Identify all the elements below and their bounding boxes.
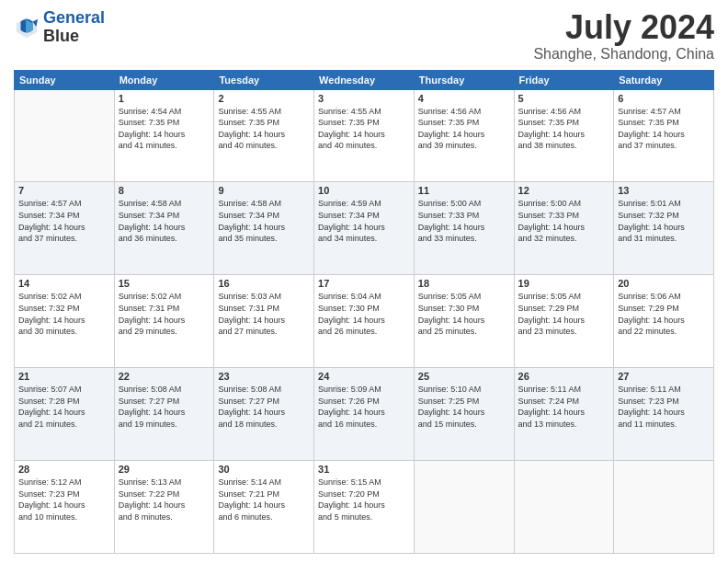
day-number: 21 <box>18 371 110 382</box>
day-number: 7 <box>18 185 110 196</box>
day-number: 26 <box>518 371 610 382</box>
calendar-table: SundayMondayTuesdayWednesdayThursdayFrid… <box>14 70 714 554</box>
day-number: 5 <box>518 93 610 104</box>
calendar-cell: 29Sunrise: 5:13 AM Sunset: 7:22 PM Dayli… <box>114 461 214 554</box>
day-number: 31 <box>318 464 410 475</box>
page: General Blue July 2024 Shanghe, Shandong… <box>0 0 728 563</box>
calendar-cell: 18Sunrise: 5:05 AM Sunset: 7:30 PM Dayli… <box>414 275 514 368</box>
day-number: 25 <box>418 371 510 382</box>
calendar-day-header: Monday <box>114 70 214 89</box>
day-number: 8 <box>119 185 210 196</box>
day-info: Sunrise: 5:13 AM Sunset: 7:22 PM Dayligh… <box>119 477 210 523</box>
day-info: Sunrise: 5:12 AM Sunset: 7:23 PM Dayligh… <box>18 477 110 523</box>
month-title: July 2024 <box>533 9 714 46</box>
day-info: Sunrise: 5:10 AM Sunset: 7:25 PM Dayligh… <box>418 384 510 430</box>
day-number: 19 <box>518 278 610 289</box>
calendar-cell: 24Sunrise: 5:09 AM Sunset: 7:26 PM Dayli… <box>314 368 415 461</box>
day-number: 3 <box>318 93 410 104</box>
calendar-day-header: Sunday <box>15 70 115 89</box>
calendar-cell: 15Sunrise: 5:02 AM Sunset: 7:31 PM Dayli… <box>114 275 214 368</box>
calendar-cell: 7Sunrise: 4:57 AM Sunset: 7:34 PM Daylig… <box>15 182 115 275</box>
day-info: Sunrise: 4:56 AM Sunset: 7:35 PM Dayligh… <box>518 106 610 152</box>
calendar-cell: 28Sunrise: 5:12 AM Sunset: 7:23 PM Dayli… <box>15 461 115 554</box>
day-info: Sunrise: 4:55 AM Sunset: 7:35 PM Dayligh… <box>218 106 310 152</box>
day-number: 9 <box>218 185 310 196</box>
calendar-cell: 16Sunrise: 5:03 AM Sunset: 7:31 PM Dayli… <box>214 275 314 368</box>
calendar-cell: 12Sunrise: 5:00 AM Sunset: 7:33 PM Dayli… <box>514 182 614 275</box>
calendar-cell: 31Sunrise: 5:15 AM Sunset: 7:20 PM Dayli… <box>314 461 415 554</box>
calendar-week-row: 14Sunrise: 5:02 AM Sunset: 7:32 PM Dayli… <box>15 275 714 368</box>
day-info: Sunrise: 5:00 AM Sunset: 7:33 PM Dayligh… <box>418 198 510 244</box>
calendar-cell: 21Sunrise: 5:07 AM Sunset: 7:28 PM Dayli… <box>15 368 115 461</box>
day-number: 4 <box>418 93 510 104</box>
calendar-week-row: 7Sunrise: 4:57 AM Sunset: 7:34 PM Daylig… <box>15 182 714 275</box>
calendar-cell: 8Sunrise: 4:58 AM Sunset: 7:34 PM Daylig… <box>114 182 214 275</box>
day-number: 2 <box>218 93 310 104</box>
calendar-cell: 20Sunrise: 5:06 AM Sunset: 7:29 PM Dayli… <box>614 275 714 368</box>
calendar-cell <box>514 461 614 554</box>
day-number: 29 <box>119 464 210 475</box>
calendar-cell: 25Sunrise: 5:10 AM Sunset: 7:25 PM Dayli… <box>414 368 514 461</box>
calendar-cell: 13Sunrise: 5:01 AM Sunset: 7:32 PM Dayli… <box>614 182 714 275</box>
calendar-cell: 11Sunrise: 5:00 AM Sunset: 7:33 PM Dayli… <box>414 182 514 275</box>
day-info: Sunrise: 4:58 AM Sunset: 7:34 PM Dayligh… <box>119 198 210 244</box>
logo-line2: Blue <box>43 28 105 46</box>
day-number: 10 <box>318 185 410 196</box>
calendar-cell <box>15 89 115 182</box>
calendar-day-header: Wednesday <box>314 70 415 89</box>
day-info: Sunrise: 4:58 AM Sunset: 7:34 PM Dayligh… <box>218 198 310 244</box>
calendar-cell: 14Sunrise: 5:02 AM Sunset: 7:32 PM Dayli… <box>15 275 115 368</box>
calendar-cell: 10Sunrise: 4:59 AM Sunset: 7:34 PM Dayli… <box>314 182 415 275</box>
logo-text: General Blue <box>43 9 105 46</box>
calendar-cell: 5Sunrise: 4:56 AM Sunset: 7:35 PM Daylig… <box>514 89 614 182</box>
day-info: Sunrise: 5:02 AM Sunset: 7:32 PM Dayligh… <box>18 291 110 337</box>
day-info: Sunrise: 5:06 AM Sunset: 7:29 PM Dayligh… <box>618 291 710 337</box>
day-info: Sunrise: 4:57 AM Sunset: 7:34 PM Dayligh… <box>18 198 110 244</box>
day-number: 30 <box>218 464 310 475</box>
calendar-cell: 23Sunrise: 5:08 AM Sunset: 7:27 PM Dayli… <box>214 368 314 461</box>
day-info: Sunrise: 5:11 AM Sunset: 7:23 PM Dayligh… <box>618 384 710 430</box>
day-info: Sunrise: 5:01 AM Sunset: 7:32 PM Dayligh… <box>618 198 710 244</box>
calendar-cell: 19Sunrise: 5:05 AM Sunset: 7:29 PM Dayli… <box>514 275 614 368</box>
day-info: Sunrise: 5:09 AM Sunset: 7:26 PM Dayligh… <box>318 384 410 430</box>
day-info: Sunrise: 5:00 AM Sunset: 7:33 PM Dayligh… <box>518 198 610 244</box>
day-info: Sunrise: 4:55 AM Sunset: 7:35 PM Dayligh… <box>318 106 410 152</box>
calendar-cell: 30Sunrise: 5:14 AM Sunset: 7:21 PM Dayli… <box>214 461 314 554</box>
day-number: 12 <box>518 185 610 196</box>
calendar-cell: 2Sunrise: 4:55 AM Sunset: 7:35 PM Daylig… <box>214 89 314 182</box>
title-block: July 2024 Shanghe, Shandong, China <box>533 9 714 63</box>
day-number: 23 <box>218 371 310 382</box>
day-number: 22 <box>119 371 210 382</box>
calendar-cell: 4Sunrise: 4:56 AM Sunset: 7:35 PM Daylig… <box>414 89 514 182</box>
calendar-cell: 3Sunrise: 4:55 AM Sunset: 7:35 PM Daylig… <box>314 89 415 182</box>
day-number: 27 <box>618 371 710 382</box>
day-number: 17 <box>318 278 410 289</box>
location-title: Shanghe, Shandong, China <box>533 46 714 63</box>
day-number: 6 <box>618 93 710 104</box>
day-info: Sunrise: 4:59 AM Sunset: 7:34 PM Dayligh… <box>318 198 410 244</box>
calendar-cell <box>414 461 514 554</box>
day-info: Sunrise: 5:07 AM Sunset: 7:28 PM Dayligh… <box>18 384 110 430</box>
day-number: 20 <box>618 278 710 289</box>
day-info: Sunrise: 5:05 AM Sunset: 7:30 PM Dayligh… <box>418 291 510 337</box>
day-info: Sunrise: 4:56 AM Sunset: 7:35 PM Dayligh… <box>418 106 510 152</box>
calendar-cell: 26Sunrise: 5:11 AM Sunset: 7:24 PM Dayli… <box>514 368 614 461</box>
day-info: Sunrise: 5:15 AM Sunset: 7:20 PM Dayligh… <box>318 477 410 523</box>
calendar-week-row: 21Sunrise: 5:07 AM Sunset: 7:28 PM Dayli… <box>15 368 714 461</box>
calendar-week-row: 28Sunrise: 5:12 AM Sunset: 7:23 PM Dayli… <box>15 461 714 554</box>
header: General Blue July 2024 Shanghe, Shandong… <box>14 9 714 63</box>
logo-icon <box>14 15 40 40</box>
day-info: Sunrise: 5:02 AM Sunset: 7:31 PM Dayligh… <box>119 291 210 337</box>
calendar-cell: 27Sunrise: 5:11 AM Sunset: 7:23 PM Dayli… <box>614 368 714 461</box>
day-number: 14 <box>18 278 110 289</box>
day-info: Sunrise: 4:57 AM Sunset: 7:35 PM Dayligh… <box>618 106 710 152</box>
calendar-week-row: 1Sunrise: 4:54 AM Sunset: 7:35 PM Daylig… <box>15 89 714 182</box>
day-number: 16 <box>218 278 310 289</box>
calendar-cell: 17Sunrise: 5:04 AM Sunset: 7:30 PM Dayli… <box>314 275 415 368</box>
day-number: 1 <box>119 93 210 104</box>
logo-line1: General <box>43 8 105 27</box>
day-info: Sunrise: 5:08 AM Sunset: 7:27 PM Dayligh… <box>119 384 210 430</box>
day-number: 24 <box>318 371 410 382</box>
day-number: 13 <box>618 185 710 196</box>
calendar-cell: 6Sunrise: 4:57 AM Sunset: 7:35 PM Daylig… <box>614 89 714 182</box>
